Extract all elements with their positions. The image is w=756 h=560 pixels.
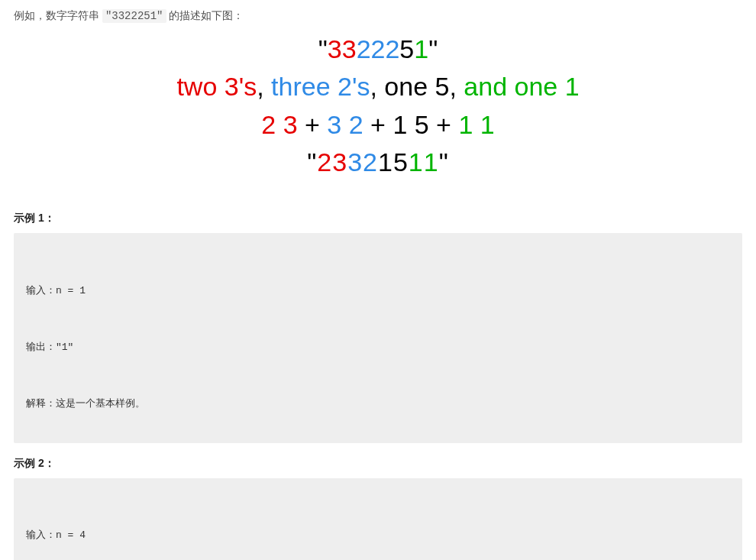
- word-three: three: [271, 72, 338, 101]
- figure-row-3: 2 3 + 3 2 + 1 5 + 1 1: [14, 106, 742, 144]
- figure-row-4: "23321511": [14, 144, 742, 181]
- t3: 1 5: [393, 110, 428, 139]
- example-1-box: 输入：n = 1 输出："1" 解释：这是一个基本样例。: [14, 233, 742, 443]
- ex1-line-1: 输出："1": [26, 338, 730, 358]
- ex1-line-2: 解释：这是一个基本样例。: [26, 395, 730, 414]
- word-one5: one 5: [384, 72, 449, 101]
- intro-suffix: 的描述如下图：: [166, 9, 244, 21]
- t4b: 1: [480, 110, 495, 139]
- example-2-title: 示例 2：: [14, 457, 742, 471]
- sep-3: ,: [449, 72, 464, 101]
- word-andone1: and one 1: [464, 72, 579, 101]
- figure: "3322251" two 3's, three 2's, one 5, and…: [14, 31, 742, 181]
- ex2-line-0: 输入：n = 4: [26, 526, 730, 545]
- example-1-title: 示例 1：: [14, 212, 742, 225]
- word-2s: 2's: [338, 72, 370, 101]
- seg-33: 33: [328, 34, 357, 63]
- sep-1: ,: [257, 72, 271, 101]
- p23: 23: [317, 147, 347, 176]
- t2a: 3: [327, 110, 348, 139]
- plus-2: +: [363, 110, 393, 139]
- intro-prefix: 例如，数字字符串: [14, 9, 102, 21]
- quote-open: ": [318, 34, 328, 63]
- figure-row-2: two 3's, three 2's, one 5, and one 1: [14, 68, 742, 105]
- seg-5: 5: [399, 34, 414, 63]
- p15: 15: [378, 147, 409, 176]
- example-2-box: 输入：n = 4 输出："1211" 解释： countAndSay(1) = …: [14, 478, 742, 560]
- seg-1: 1: [414, 34, 428, 63]
- t1b: 3: [283, 110, 298, 139]
- sep-2: ,: [370, 72, 384, 101]
- t2b: 2: [349, 110, 363, 139]
- intro-code: "3322251": [102, 9, 166, 23]
- t4a: 1: [458, 110, 480, 139]
- t1a: 2: [261, 110, 283, 139]
- quote-close: ": [428, 34, 438, 63]
- word-two: two: [176, 72, 224, 101]
- word-3s: 3's: [225, 72, 257, 101]
- plus-3: +: [429, 110, 459, 139]
- plus-1: +: [298, 110, 328, 139]
- p32: 32: [347, 147, 378, 176]
- quote-close-2: ": [439, 147, 449, 176]
- quote-open-2: ": [307, 147, 317, 176]
- intro-line: 例如，数字字符串 "3322251" 的描述如下图：: [14, 9, 742, 23]
- ex1-line-0: 输入：n = 1: [26, 282, 730, 301]
- p11: 11: [409, 147, 439, 176]
- seg-222: 222: [357, 34, 400, 63]
- figure-row-1: "3322251": [14, 31, 742, 68]
